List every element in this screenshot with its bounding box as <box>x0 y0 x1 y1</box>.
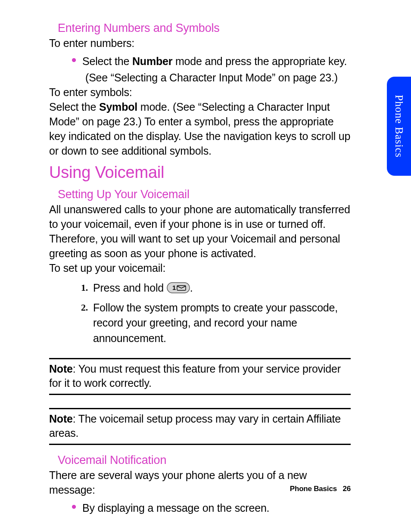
heading-using-voicemail: Using Voicemail <box>49 163 351 182</box>
step-row: 2. Follow the system prompts to create y… <box>76 300 351 346</box>
heading-entering-numbers: Entering Numbers and Symbols <box>58 22 351 35</box>
bullet-icon: • <box>72 56 76 64</box>
note-text: : You must request this feature from you… <box>49 363 341 389</box>
note-block: Note: You must request this feature from… <box>49 358 351 395</box>
step-row: 1. Press and hold 1 . <box>76 280 351 298</box>
svg-rect-0 <box>167 283 190 293</box>
text-setup-intro: To set up your voicemail: <box>49 261 351 275</box>
text-enter-numbers-intro: To enter numbers: <box>49 36 351 50</box>
key-1-voicemail-icon: 1 <box>167 282 190 298</box>
heading-voicemail-notification: Voicemail Notification <box>58 454 351 467</box>
side-tab-label: Phone Basics <box>393 95 405 158</box>
step-text: Follow the system prompts to create your… <box>93 300 351 346</box>
page-content: Entering Numbers and Symbols To enter nu… <box>0 0 411 515</box>
step-text: Press and hold 1 . <box>93 280 351 298</box>
bullet-item: • Select the Number mode and press the a… <box>72 54 351 68</box>
bullet-subtext: (See “Selecting a Character Input Mode” … <box>85 70 351 85</box>
text-setup-body: All unanswered calls to your phone are a… <box>49 202 351 261</box>
note-block: Note: The voicemail setup process may va… <box>49 408 351 445</box>
footer-section: Phone Basics <box>290 485 337 493</box>
side-tab-phone-basics: Phone Basics <box>387 77 411 176</box>
svg-text:1: 1 <box>172 284 176 291</box>
step-number: 2. <box>76 300 88 314</box>
footer-page-number: 26 <box>342 485 351 493</box>
heading-setting-up-voicemail: Setting Up Your Voicemail <box>58 188 351 201</box>
step-number: 1. <box>76 280 88 295</box>
bullet-text: By displaying a message on the screen. <box>82 501 269 515</box>
note-label: Note <box>49 413 73 425</box>
note-label: Note <box>49 363 73 375</box>
text-enter-symbols-body: Select the Symbol mode. (See “Selecting … <box>49 100 351 158</box>
note-text: : The voicemail setup process may vary i… <box>49 413 341 439</box>
text-enter-symbols-intro: To enter symbols: <box>49 85 351 100</box>
bullet-text: Select the Number mode and press the app… <box>82 54 347 68</box>
page-footer: Phone Basics 26 <box>290 485 351 493</box>
bullet-item: • By displaying a message on the screen. <box>72 501 351 515</box>
bullet-icon: • <box>72 502 76 511</box>
